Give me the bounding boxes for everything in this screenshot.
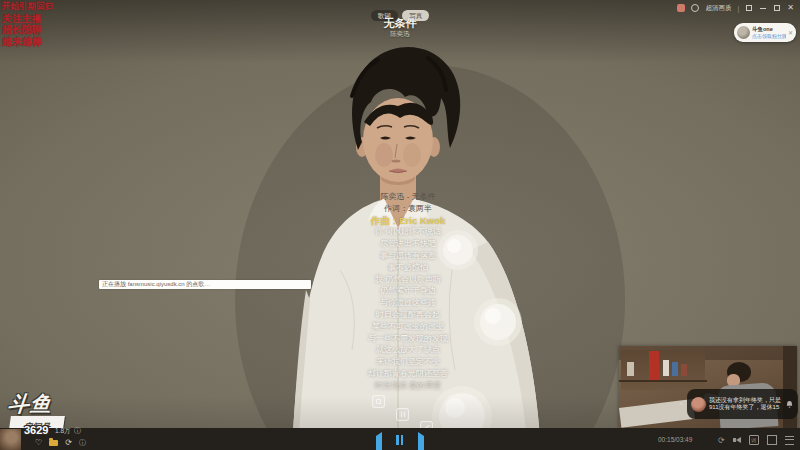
volume-icon[interactable] <box>733 437 741 443</box>
bulb-icon[interactable] <box>691 4 699 12</box>
heart-icon[interactable]: ♡ <box>35 438 42 447</box>
pause-button[interactable] <box>396 435 403 445</box>
douyu-logo: 斗鱼 <box>7 390 54 418</box>
ticker-text: 正在播放 fansmusic.qiyusdk.cn 的点歌… <box>99 280 311 289</box>
close-icon[interactable]: ✕ <box>788 29 793 36</box>
info-icon[interactable]: ⓘ <box>74 426 81 436</box>
lyric-box-icon[interactable]: 词 <box>749 435 759 445</box>
window-titlebar-controls: 超清画质 | ✕ <box>677 3 794 13</box>
loop-icon[interactable]: ⟳ <box>718 436 725 445</box>
info-icon[interactable]: ⓘ <box>79 438 86 447</box>
gift-icon[interactable] <box>677 4 685 12</box>
webcam-bottle <box>681 364 687 376</box>
next-track-button[interactable] <box>418 436 424 450</box>
time-display: 00:15/03:49 <box>658 436 692 443</box>
camera-thumbnail[interactable] <box>0 429 21 450</box>
avatar <box>737 26 750 39</box>
fan-badge-notification[interactable]: 斗鱼one 点击领取粉丝牌 ✕ <box>734 23 796 42</box>
quality-label[interactable]: 超清画质 <box>705 4 731 13</box>
fullscreen-icon[interactable] <box>745 4 753 12</box>
stream-window: 开始引期回归 关注主播 超长陪聊 越来越棒 歌词 写真 无条件 陈奕迅 超清画质… <box>0 0 800 450</box>
webcam-desk <box>619 399 695 428</box>
chevron-left-icon[interactable]: ‹ <box>680 399 683 408</box>
chat-message-text: 我还没有拿到年终奖，只是911没有年终奖了，退休15年的 (187万？… <box>709 397 782 412</box>
refresh-icon[interactable]: ⟳ <box>65 438 72 447</box>
song-request-ticker: 正在播放 fansmusic.qiyusdk.cn 的点歌… <box>99 280 311 289</box>
notification-bell-icon[interactable] <box>785 400 794 409</box>
similar-songs-icon[interactable] <box>372 395 385 408</box>
notification-message[interactable]: 点击领取粉丝牌 <box>752 33 786 39</box>
webcam-shelf-edge <box>619 380 707 382</box>
streamer-toolbar: ♡ ⟳ ⓘ <box>35 438 86 447</box>
song-title: 无条件 <box>0 16 800 31</box>
room-number: 3629 <box>24 424 48 436</box>
playlist-icon[interactable] <box>396 408 409 421</box>
maximize-icon[interactable] <box>773 4 781 12</box>
fullscreen-icon[interactable] <box>767 435 777 445</box>
divider: | <box>737 5 739 12</box>
webcam-red-banner <box>649 351 659 380</box>
menu-icon[interactable] <box>785 436 794 445</box>
playbar-right-icons: ⟳ 词 <box>718 435 794 445</box>
minimize-icon[interactable] <box>759 4 767 12</box>
chat-message-bubble: 我还没有拿到年终奖，只是911没有年终奖了，退休15年的 (187万？… <box>687 389 798 419</box>
notification-texts: 斗鱼one 点击领取粉丝牌 <box>752 26 786 39</box>
close-icon[interactable]: ✕ <box>787 4 794 12</box>
song-artist: 陈奕迅 <box>0 30 800 39</box>
avatar <box>691 397 706 412</box>
webcam-bottle <box>627 362 634 376</box>
folder-icon[interactable] <box>49 440 58 446</box>
webcam-bottle <box>663 360 669 376</box>
webcam-bottle <box>672 362 678 376</box>
previous-track-button[interactable] <box>376 436 382 450</box>
viewer-count: 1.8万 <box>55 427 71 436</box>
